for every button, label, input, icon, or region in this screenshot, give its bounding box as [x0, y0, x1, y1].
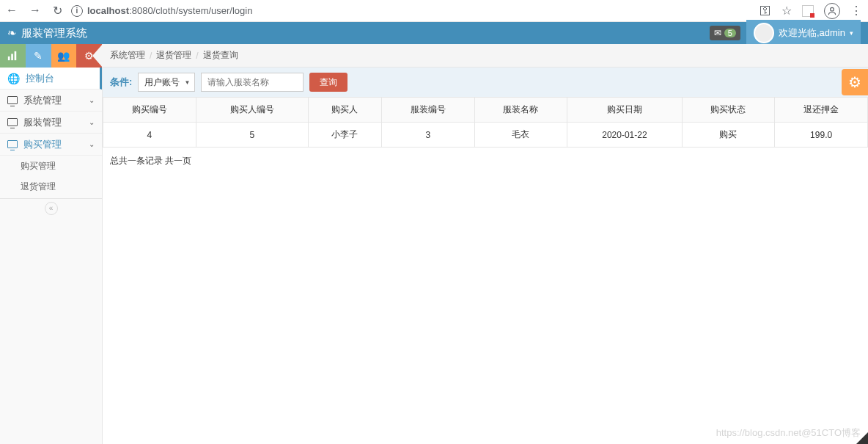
info-icon[interactable]: i	[71, 5, 83, 17]
key-icon[interactable]: ⚿	[760, 4, 771, 18]
extension-icon[interactable]	[802, 5, 814, 17]
filter-label: 条件:	[110, 76, 132, 89]
corner-resize	[856, 432, 868, 444]
url-path: :8080/cloth/system/user/login	[129, 5, 252, 16]
app-title-text: 服装管理系统	[21, 26, 87, 40]
th-buyer: 购买人	[308, 98, 381, 123]
profile-icon[interactable]	[824, 3, 840, 19]
th-deposit: 退还押金	[775, 98, 868, 123]
settings-gear-button[interactable]: ⚙	[842, 69, 868, 95]
browser-chrome: ← → ↻ i localhost:8080/cloth/system/user…	[0, 0, 868, 22]
chevron-down-icon: ⌄	[89, 96, 95, 104]
svg-rect-1	[8, 57, 10, 60]
user-menu[interactable]: 欢迎光临,admin ▾	[746, 20, 861, 46]
mail-button[interactable]: ✉ 5	[710, 26, 740, 40]
menu-icon[interactable]: ⋮	[850, 4, 862, 18]
sidebar-item-label: 购买管理	[23, 138, 62, 151]
th-buyer-id: 购买人编号	[196, 98, 308, 123]
table-row[interactable]: 4 5 小李子 3 毛衣 2020-01-22 购买 199.0	[103, 123, 868, 148]
breadcrumb-lv3: 退货查询	[203, 49, 238, 62]
sidebar-collapse[interactable]: «	[0, 198, 102, 218]
tool-buttons: ✎ 👥 ⚙	[0, 44, 102, 68]
tool-edit-button[interactable]: ✎	[26, 44, 51, 68]
nav-icons: ← → ↻	[6, 4, 62, 18]
sidebar-sub-return-mgmt[interactable]: 退货管理	[0, 176, 102, 197]
cell-date: 2020-01-22	[567, 123, 682, 148]
sidebar-item-cloth[interactable]: 服装管理 ⌄	[0, 112, 102, 134]
th-date: 购买日期	[567, 98, 682, 123]
breadcrumb: 系统管理 / 退货管理 / 退货查询	[103, 44, 868, 68]
cell-status: 购买	[682, 123, 775, 148]
tool-stats-button[interactable]	[0, 44, 26, 68]
app-title: ❧ 服装管理系统	[7, 26, 87, 40]
cell-buyer: 小李子	[308, 123, 381, 148]
search-button[interactable]: 查询	[309, 73, 347, 92]
back-icon[interactable]: ←	[6, 4, 18, 18]
app-header: ❧ 服装管理系统 ✉ 5 欢迎光临,admin ▾	[0, 22, 868, 44]
svg-rect-2	[12, 54, 14, 60]
sidebar-sub-label: 退货管理	[21, 181, 56, 193]
welcome-text: 欢迎光临,admin	[779, 26, 845, 40]
sidebar-item-label: 系统管理	[23, 94, 62, 107]
cell-cloth-id: 3	[381, 123, 474, 148]
sidebar: ✎ 👥 ⚙ 🌐 控制台 系统管理 ⌄ 服装管理 ⌄ 购买管理 ⌄ 购买管理 退货…	[0, 44, 103, 444]
leaf-icon: ❧	[7, 26, 17, 40]
sidebar-console[interactable]: 🌐 控制台	[0, 68, 102, 90]
sidebar-item-label: 服装管理	[23, 116, 62, 129]
envelope-icon: ✉	[714, 28, 721, 38]
dashboard-icon: 🌐	[7, 73, 20, 84]
data-table: 购买编号 购买人编号 购买人 服装编号 服装名称 购买日期 购买状态 退还押金 …	[103, 97, 868, 148]
breadcrumb-lv2[interactable]: 退货管理	[156, 49, 191, 62]
filter-select[interactable]: 用户账号	[138, 73, 195, 92]
chevron-down-icon: ⌄	[89, 118, 95, 126]
url-host: localhost	[87, 5, 129, 16]
chevron-down-icon: ▾	[850, 29, 853, 37]
th-cloth-id: 服装编号	[381, 98, 474, 123]
star-icon[interactable]: ☆	[781, 4, 792, 18]
pagination-info: 总共一条记录 共一页	[103, 148, 868, 175]
monitor-icon	[7, 118, 18, 126]
sidebar-sub-purchase-mgmt[interactable]: 购买管理	[0, 156, 102, 176]
cell-purchase-id: 4	[103, 123, 196, 148]
sidebar-item-purchase[interactable]: 购买管理 ⌄	[0, 134, 102, 156]
sidebar-sub-label: 购买管理	[21, 160, 56, 172]
forward-icon[interactable]: →	[29, 4, 41, 18]
breadcrumb-arrow	[92, 44, 103, 68]
reload-icon[interactable]: ↻	[53, 4, 62, 18]
svg-point-0	[831, 7, 834, 11]
breadcrumb-lv1[interactable]: 系统管理	[110, 49, 145, 62]
gear-icon: ⚙	[848, 73, 861, 91]
breadcrumb-sep: /	[150, 51, 152, 61]
cell-cloth-name: 毛衣	[474, 123, 567, 148]
cell-buyer-id: 5	[196, 123, 308, 148]
th-cloth-name: 服装名称	[474, 98, 567, 123]
monitor-icon	[7, 96, 18, 104]
filter-bar: 条件: 用户账号 查询 ⚙	[103, 68, 868, 97]
th-status: 购买状态	[682, 98, 775, 123]
breadcrumb-sep: /	[196, 51, 198, 61]
cell-deposit: 199.0	[775, 123, 868, 148]
tool-users-button[interactable]: 👥	[51, 44, 77, 68]
table-header-row: 购买编号 购买人编号 购买人 服装编号 服装名称 购买日期 购买状态 退还押金	[103, 98, 868, 123]
svg-rect-3	[15, 51, 17, 60]
mail-badge: 5	[724, 29, 736, 37]
sidebar-console-label: 控制台	[26, 72, 54, 85]
filter-input[interactable]	[201, 73, 304, 92]
browser-right-icons: ⚿ ☆ ⋮	[760, 3, 862, 19]
th-purchase-id: 购买编号	[103, 98, 196, 123]
main-content: 系统管理 / 退货管理 / 退货查询 条件: 用户账号 查询 ⚙ 购买编号 购买…	[103, 44, 868, 444]
filter-select-value: 用户账号	[144, 76, 180, 89]
chevron-down-icon: ⌄	[89, 140, 95, 148]
monitor-icon	[7, 140, 18, 148]
avatar	[754, 23, 774, 43]
url-bar[interactable]: i localhost:8080/cloth/system/user/login	[71, 5, 751, 17]
sidebar-item-system[interactable]: 系统管理 ⌄	[0, 90, 102, 112]
